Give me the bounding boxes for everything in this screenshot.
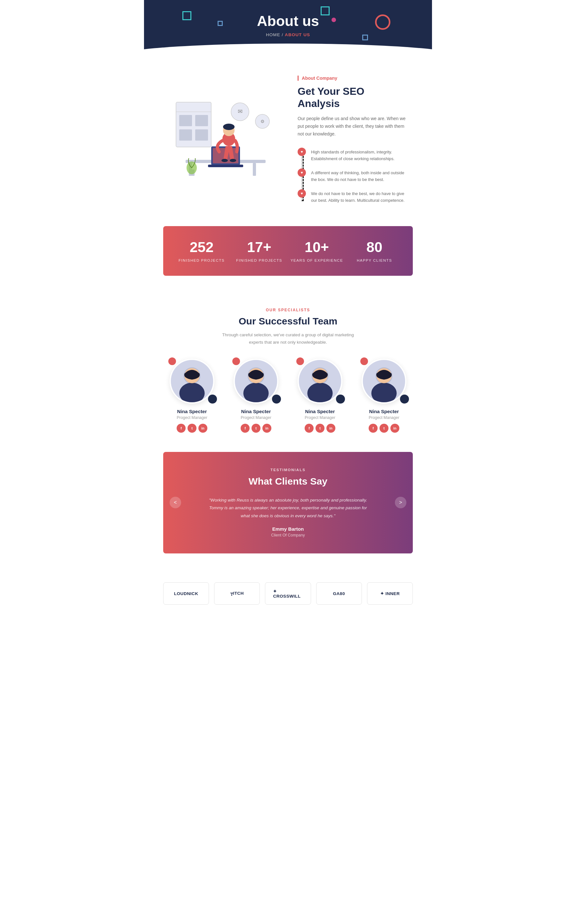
breadcrumb-current: ABOUT US <box>285 32 310 37</box>
bullet-icon-1: ♥ <box>298 148 306 156</box>
testimonial-prev-button[interactable]: < <box>170 497 181 508</box>
stat-item-0: 252 FINISHED PROJECTS <box>173 239 230 263</box>
bullet-text-1: High standards of professionalism, integ… <box>311 148 406 162</box>
svg-point-19 <box>221 159 228 162</box>
testimonial-author: Emmy Barton <box>189 526 387 532</box>
testimonials-title: What Clients Say <box>189 476 387 487</box>
svg-text:✉: ✉ <box>238 108 243 115</box>
stat-number-0: 252 <box>173 239 230 255</box>
team-card-2: Nina Specter Progect Manager f t in <box>291 359 349 433</box>
deco-square-blue <box>321 6 330 15</box>
linkedin-btn-2[interactable]: in <box>326 424 335 433</box>
stat-label-3: HAPPY CLIENTS <box>357 258 392 262</box>
team-section: OUR SPECIALISTS Our Successful Team Thro… <box>144 295 432 452</box>
linkedin-btn-3[interactable]: in <box>390 424 399 433</box>
avatar-deco-navy-1 <box>272 395 281 404</box>
team-avatar-2 <box>298 359 342 404</box>
avatar-deco-navy-2 <box>336 395 345 404</box>
avatar-deco-pink-1 <box>232 358 240 365</box>
testimonials-section: < TESTIMONIALS What Clients Say "Working… <box>163 452 413 553</box>
avatar-deco-pink-2 <box>296 358 304 365</box>
logo-text-4: ✦ INNER <box>380 591 400 596</box>
breadcrumb-home[interactable]: HOME <box>266 32 280 37</box>
bullet-text-2: A different way of thinking, both inside… <box>311 168 406 183</box>
avatar-deco-navy-0 <box>208 395 217 404</box>
testimonial-next-button[interactable]: > <box>395 497 406 508</box>
social-icons-1: f t in <box>227 424 285 433</box>
deco-square-small-right <box>362 35 368 40</box>
logos-section: LOUDNICK 𝛄ITCH ✦ CROSSWILL GA80 ✦ INNER <box>144 573 432 624</box>
logo-text-2: ✦ CROSSWILL <box>273 589 303 598</box>
breadcrumb: HOME / ABOUT US <box>150 32 426 37</box>
deco-square-teal <box>182 11 191 20</box>
deco-square-small-blue <box>218 21 223 26</box>
team-avatar-wrap-0 <box>170 359 214 404</box>
team-avatar-wrap-3 <box>362 359 406 404</box>
linkedin-btn-0[interactable]: in <box>198 424 207 433</box>
svg-rect-5 <box>195 129 208 141</box>
testimonials-sub-label: TESTIMONIALS <box>189 468 387 472</box>
bullet-icon-2: ♥ <box>298 168 306 177</box>
svg-rect-2 <box>179 115 192 126</box>
stat-number-3: 80 <box>346 239 403 255</box>
logo-text-3: GA80 <box>333 591 345 596</box>
team-member-role-3: Progect Manager <box>355 415 413 420</box>
twitter-btn-1[interactable]: t <box>251 424 261 433</box>
logo-0: LOUDNICK <box>163 582 209 605</box>
logo-1: 𝛄ITCH <box>214 582 260 605</box>
team-card-3: Nina Specter Progect Manager f t in <box>355 359 413 433</box>
bullet-text-3: We do not have to be the best, we do hav… <box>311 189 406 204</box>
deco-dot-pink <box>331 18 336 22</box>
team-avatar-1 <box>234 359 278 404</box>
team-description: Through careful selection, we've curated… <box>221 331 355 346</box>
team-sub-label: OUR SPECIALISTS <box>163 308 413 312</box>
logo-4: ✦ INNER <box>367 582 413 605</box>
logo-2: ✦ CROSSWILL <box>265 582 311 605</box>
about-title: Get Your SEO Analysis <box>298 85 406 110</box>
team-member-role-1: Progect Manager <box>227 415 285 420</box>
svg-text:⚙: ⚙ <box>261 119 265 124</box>
social-icons-2: f t in <box>291 424 349 433</box>
team-member-role-0: Progect Manager <box>163 415 221 420</box>
stat-item-3: 80 HAPPY CLIENTS <box>346 239 403 263</box>
bullet-item-2: ♥ A different way of thinking, both insi… <box>298 165 406 186</box>
avatar-deco-pink-0 <box>168 358 176 365</box>
team-avatar-3 <box>362 359 406 404</box>
about-section: ✉ ⚙ <box>144 56 432 226</box>
logo-3: GA80 <box>316 582 362 605</box>
twitter-btn-2[interactable]: t <box>315 424 325 433</box>
breadcrumb-sep: / <box>282 32 283 37</box>
twitter-btn-3[interactable]: t <box>379 424 389 433</box>
team-member-name-2: Nina Specter <box>291 409 349 414</box>
stat-label-1: FINISHED PROJECTS <box>236 258 282 262</box>
facebook-btn-3[interactable]: f <box>369 424 378 433</box>
svg-rect-15 <box>208 165 243 167</box>
twitter-btn-0[interactable]: t <box>187 424 197 433</box>
stat-label-0: FINISHED PROJECTS <box>179 258 225 262</box>
avatar-deco-pink-3 <box>360 358 368 365</box>
deco-circle-pink <box>375 14 390 30</box>
hero-banner: About us HOME / ABOUT US <box>144 0 432 56</box>
linkedin-btn-1[interactable]: in <box>262 424 271 433</box>
team-member-name-3: Nina Specter <box>355 409 413 414</box>
facebook-btn-0[interactable]: f <box>177 424 186 433</box>
facebook-btn-1[interactable]: f <box>241 424 250 433</box>
stat-number-1: 17+ <box>230 239 288 255</box>
svg-rect-3 <box>195 115 208 126</box>
svg-point-18 <box>223 124 235 130</box>
team-grid: Nina Specter Progect Manager f t in <box>163 359 413 433</box>
team-card-0: Nina Specter Progect Manager f t in <box>163 359 221 433</box>
team-title: Our Successful Team <box>163 316 413 327</box>
bullet-item-1: ♥ High standards of professionalism, int… <box>298 144 406 165</box>
stat-item-1: 17+ FINISHED PROJECTS <box>230 239 288 263</box>
svg-rect-12 <box>253 163 256 176</box>
team-avatar-wrap-2 <box>298 359 342 404</box>
team-avatar-wrap-1 <box>234 359 278 404</box>
testimonial-author-role: Client Of Company <box>189 533 387 537</box>
facebook-btn-2[interactable]: f <box>305 424 314 433</box>
svg-point-20 <box>230 159 236 162</box>
bullet-item-3: ♥ We do not have to be the best, we do h… <box>298 186 406 207</box>
team-avatar-0 <box>170 359 214 404</box>
avatar-deco-navy-3 <box>400 395 409 404</box>
stats-bar: 252 FINISHED PROJECTS 17+ FINISHED PROJE… <box>163 226 413 276</box>
